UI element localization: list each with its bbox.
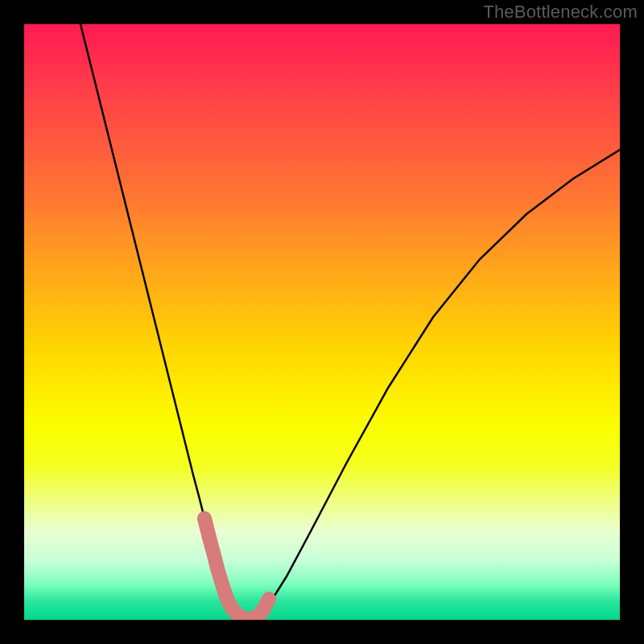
curve-line [80, 24, 620, 620]
watermark-label: TheBottleneck.com [483, 2, 638, 23]
trough-marker [204, 518, 269, 620]
chart-frame: TheBottleneck.com [0, 0, 644, 644]
plot-area [24, 24, 620, 620]
curve-layer [24, 24, 620, 620]
bottleneck-curve [80, 24, 620, 620]
trough-marker-path [204, 518, 269, 620]
